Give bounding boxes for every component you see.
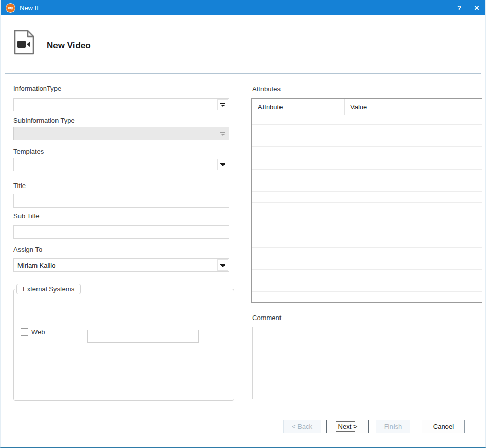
templates-value xyxy=(14,158,217,171)
table-cell xyxy=(252,125,344,136)
web-checkbox-label: Web xyxy=(31,328,45,336)
web-checkbox-row: Web xyxy=(21,328,45,336)
web-input[interactable] xyxy=(87,330,199,343)
comment-textarea[interactable] xyxy=(252,327,482,399)
attribute-column-header[interactable]: Attribute xyxy=(258,103,283,111)
information-type-combobox[interactable] xyxy=(13,98,229,111)
web-checkbox[interactable] xyxy=(21,328,28,336)
assign-to-label: Assign To xyxy=(13,246,42,253)
attributes-label: Attributes xyxy=(252,85,281,93)
table-cell xyxy=(252,203,344,214)
chevron-down-icon[interactable] xyxy=(217,159,228,170)
external-systems-group: External Systems Web xyxy=(13,289,234,401)
sub-information-type-label: SubInformation Type xyxy=(13,117,75,124)
new-ie-dialog: kty New IE ? ✕ New Video InformationType… xyxy=(0,0,486,448)
table-row[interactable] xyxy=(252,236,482,248)
templates-label: Templates xyxy=(13,147,44,155)
table-cell xyxy=(252,236,344,247)
title-input[interactable] xyxy=(13,194,229,208)
table-row[interactable] xyxy=(252,125,482,136)
table-cell xyxy=(252,180,344,191)
video-document-icon xyxy=(13,29,35,58)
table-cell xyxy=(252,258,344,269)
back-button[interactable]: < Back xyxy=(283,420,321,433)
table-row[interactable] xyxy=(252,292,482,303)
title-bar: kty New IE ? ✕ xyxy=(1,0,485,15)
table-cell xyxy=(252,170,344,180)
table-row[interactable] xyxy=(252,136,482,147)
table-row[interactable] xyxy=(252,180,482,192)
table-cell xyxy=(252,248,344,258)
close-button[interactable]: ✕ xyxy=(468,0,485,15)
table-row[interactable] xyxy=(252,225,482,236)
table-cell xyxy=(252,158,344,169)
title-label: Title xyxy=(13,182,26,190)
next-button[interactable]: Next > xyxy=(326,420,369,433)
table-row[interactable] xyxy=(252,248,482,259)
table-cell xyxy=(252,192,344,202)
external-systems-label: External Systems xyxy=(16,284,81,294)
table-row[interactable] xyxy=(252,270,482,281)
value-column-header[interactable]: Value xyxy=(350,103,367,111)
chevron-down-icon xyxy=(217,128,228,139)
sub-information-type-combobox xyxy=(13,127,229,140)
comment-label: Comment xyxy=(252,314,281,322)
information-type-value xyxy=(14,99,217,111)
table-cell xyxy=(252,225,344,236)
table-cell xyxy=(252,270,344,281)
table-row[interactable] xyxy=(252,214,482,226)
table-row[interactable] xyxy=(252,192,482,203)
information-type-label: InformationType xyxy=(13,85,61,92)
finish-button[interactable]: Finish xyxy=(376,420,410,433)
assign-to-combobox[interactable]: Miriam Kallio xyxy=(13,258,229,272)
sub-title-input[interactable] xyxy=(13,225,229,239)
header-divider xyxy=(5,73,481,74)
sub-title-label: Sub Title xyxy=(13,212,40,220)
table-row[interactable] xyxy=(252,170,482,181)
attributes-table-header: Attribute Value xyxy=(252,99,482,125)
table-row[interactable] xyxy=(252,281,482,292)
table-row[interactable] xyxy=(252,258,482,270)
attributes-table[interactable]: Attribute Value xyxy=(251,98,482,303)
table-row[interactable] xyxy=(252,203,482,214)
page-title: New Video xyxy=(47,41,91,51)
table-row[interactable] xyxy=(252,158,482,170)
table-cell xyxy=(252,281,344,292)
chevron-down-icon[interactable] xyxy=(217,99,228,110)
templates-combobox[interactable] xyxy=(13,158,229,171)
sub-information-type-value xyxy=(14,127,217,140)
assign-to-value: Miriam Kallio xyxy=(14,259,217,271)
table-cell xyxy=(252,136,344,147)
attributes-table-body xyxy=(252,125,482,303)
cancel-button[interactable]: Cancel xyxy=(422,420,465,433)
help-button[interactable]: ? xyxy=(451,0,468,15)
table-cell xyxy=(252,214,344,225)
table-row[interactable] xyxy=(252,147,482,158)
window-controls: ? ✕ xyxy=(451,0,485,15)
table-cell xyxy=(252,147,344,158)
app-logo-icon: kty xyxy=(6,3,15,13)
column-divider xyxy=(344,99,345,115)
table-cell xyxy=(252,292,344,303)
chevron-down-icon[interactable] xyxy=(217,259,228,271)
window-title: New IE xyxy=(20,4,41,12)
